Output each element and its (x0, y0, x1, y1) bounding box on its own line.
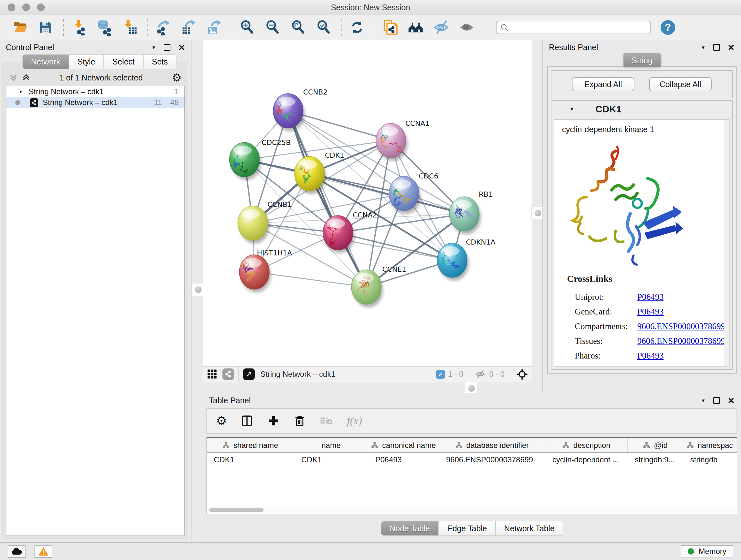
graph-node-RB1[interactable] (449, 197, 481, 234)
network-canvas[interactable]: CCNB2CCNA1CDC25BCDK1CDC6RB1CCNB1CCNA2CDK… (203, 40, 532, 366)
export-image-button[interactable] (205, 18, 223, 37)
tab-style[interactable]: Style (69, 54, 104, 69)
grid-view-button[interactable] (206, 368, 218, 380)
warnings-button[interactable] (35, 545, 52, 558)
clone-network-button[interactable] (381, 18, 400, 37)
panel-menu-caret-icon[interactable]: ▼ (701, 45, 705, 50)
column-header--id[interactable]: @id (628, 438, 683, 452)
column-header-name[interactable]: name (294, 438, 368, 452)
cloud-button[interactable] (8, 545, 25, 558)
delete-column-trash-icon[interactable] (293, 415, 306, 427)
horizontal-splitter-handle[interactable] (465, 382, 478, 395)
panel-float-icon[interactable] (164, 44, 171, 51)
network-collection-row[interactable]: ▼ String Network – cdk1 1 (6, 86, 185, 97)
tab-string[interactable]: String (623, 53, 661, 68)
expand-all-chevrons-icon[interactable] (9, 73, 17, 82)
table-cell[interactable]: cyclin-dependent ... (545, 453, 628, 466)
graph-edge[interactable] (254, 272, 366, 287)
refresh-view-button[interactable] (348, 18, 366, 37)
gear-icon[interactable]: ⚙ (172, 72, 182, 83)
section-caret-icon[interactable]: ▼ (569, 106, 575, 112)
right-splitter-handle[interactable] (531, 206, 544, 219)
panel-float-icon[interactable] (713, 397, 720, 404)
network-row-selected[interactable]: String Network – cdk1 11 48 (6, 97, 185, 108)
export-table-button[interactable] (179, 18, 198, 37)
table-cell[interactable]: CDK1 (207, 453, 294, 466)
save-session-button[interactable] (37, 18, 55, 37)
graph-node-CCNE1[interactable] (351, 270, 383, 307)
results-scrollbar[interactable] (724, 120, 729, 366)
expand-all-button[interactable]: Expand All (572, 77, 634, 91)
panel-float-icon[interactable] (713, 44, 720, 51)
table-gear-icon[interactable]: ⚙ (216, 415, 227, 427)
panel-menu-caret-icon[interactable]: ▼ (701, 398, 705, 403)
crosslink-link[interactable]: 9606.ENSP00000378699 (637, 336, 725, 346)
tab-network[interactable]: Network (22, 54, 69, 69)
toggle-graphics-details-button[interactable] (432, 18, 451, 37)
search-input[interactable] (511, 23, 647, 32)
zoom-in-button[interactable] (238, 18, 257, 37)
column-header-namespac[interactable]: namespac (683, 438, 737, 452)
table-cell[interactable]: CDK1 (294, 453, 368, 466)
table-horizontal-scrollbar[interactable] (207, 507, 737, 513)
help-button[interactable]: ? (661, 20, 675, 35)
panel-close-icon[interactable]: ✕ (178, 44, 185, 52)
horizontal-splitter[interactable] (203, 382, 532, 394)
share-network-button[interactable] (222, 368, 234, 380)
panel-menu-caret-icon[interactable]: ▼ (151, 45, 156, 50)
tab-edge-table[interactable]: Edge Table (439, 521, 495, 536)
left-splitter[interactable] (192, 40, 204, 542)
tab-sets[interactable]: Sets (143, 54, 177, 69)
graph-node-HIST1H1A[interactable] (239, 255, 271, 293)
collection-caret-icon[interactable]: ▼ (18, 89, 23, 94)
export-network-button[interactable] (154, 18, 172, 37)
hidden-eye-slash-icon[interactable] (475, 369, 486, 379)
crosslink-link[interactable]: P06493 (637, 307, 664, 317)
table-cell[interactable]: stringdb:9... (628, 453, 683, 466)
column-header-database-identifier[interactable]: database identifier (439, 438, 545, 452)
graph-node-CCNA2[interactable] (323, 215, 354, 253)
collapse-all-chevrons-icon[interactable] (22, 73, 30, 82)
graph-node-CDC6[interactable] (389, 176, 421, 214)
column-header-canonical-name[interactable]: canonical name (368, 438, 439, 452)
table-cell[interactable]: stringdb (683, 453, 737, 466)
crosslink-link[interactable]: P06493 (637, 351, 664, 361)
column-header-shared-name[interactable]: shared name (207, 438, 294, 452)
graph-node-CCNB2[interactable] (273, 94, 305, 131)
create-column-plus-icon[interactable] (267, 415, 280, 427)
memory-button[interactable]: Memory (681, 545, 733, 557)
panel-close-icon[interactable]: ✕ (728, 396, 735, 405)
zoom-out-button[interactable] (264, 18, 282, 37)
graph-node-CDKN1A[interactable] (437, 243, 469, 281)
tab-node-table[interactable]: Node Table (381, 521, 439, 536)
import-network-database-button[interactable] (95, 18, 114, 37)
panel-close-icon[interactable]: ✕ (728, 44, 735, 52)
table-cell[interactable]: P06493 (368, 453, 439, 466)
network-home-button[interactable] (407, 18, 425, 37)
import-table-file-button[interactable] (121, 18, 139, 37)
table-cell[interactable]: 9606.ENSP00000378699 (439, 453, 545, 466)
column-header-description[interactable]: description (545, 438, 628, 452)
graph-node-CCNA1[interactable] (376, 123, 408, 161)
zoom-fit-button[interactable] (289, 18, 308, 37)
table-row[interactable]: CDK1CDK1P064939606.ENSP00000378699cyclin… (207, 453, 737, 466)
selected-checkbox[interactable]: ✓ (436, 370, 445, 379)
crosslink-link[interactable]: P06493 (637, 292, 664, 302)
birds-eye-view-button[interactable] (243, 368, 255, 380)
show-overview-button[interactable] (458, 18, 476, 37)
crosshair-icon[interactable] (516, 368, 529, 381)
scrollbar-thumb[interactable] (209, 508, 264, 512)
open-session-button[interactable] (11, 18, 29, 37)
tab-select[interactable]: Select (104, 54, 143, 69)
graph-node-CDC25B[interactable] (229, 142, 261, 180)
right-splitter[interactable] (532, 40, 543, 393)
show-columns-icon[interactable] (240, 414, 254, 428)
graph-edge[interactable] (288, 111, 366, 287)
collapse-all-button[interactable]: Collapse All (649, 77, 712, 91)
left-splitter-handle[interactable] (192, 283, 205, 296)
graph-node-CDK1[interactable] (294, 157, 326, 194)
crosslink-link[interactable]: 9606.ENSP00000378699 (637, 321, 725, 331)
tab-network-table[interactable]: Network Table (495, 521, 563, 536)
import-network-file-button[interactable] (70, 18, 88, 37)
zoom-selected-button[interactable] (315, 18, 333, 37)
